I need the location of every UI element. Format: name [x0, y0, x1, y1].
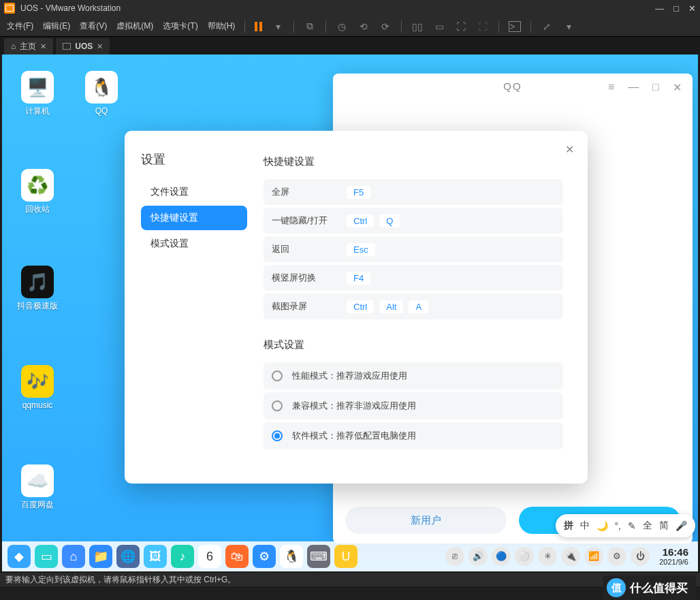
close-button[interactable]: ✕ — [688, 3, 696, 14]
shortcut-row[interactable]: 横竖屏切换F4 — [264, 265, 563, 291]
radio-icon — [272, 370, 283, 381]
shortcut-row[interactable]: 截图录屏CtrlAltA — [264, 294, 563, 319]
nav-shortcut-settings[interactable]: 快捷键设置 — [141, 206, 247, 230]
trash-icon: ♻️ — [21, 169, 54, 202]
ime-moon-icon[interactable]: 🌙 — [596, 520, 608, 531]
console-icon[interactable]: >_ — [509, 21, 521, 32]
tray-icon[interactable]: 🔵 — [492, 547, 511, 566]
desktop-icon-baidu[interactable]: ☁️ 百度网盘 — [13, 464, 62, 511]
dock-app-icon[interactable]: 🛍 — [225, 545, 249, 568]
dropdown-icon[interactable]: ▾ — [272, 21, 284, 32]
tab-close-icon[interactable]: ✕ — [97, 42, 103, 51]
mode-option[interactable]: 软件模式：推荐低配置电脑使用 — [264, 422, 563, 449]
mode-label: 软件模式：推荐低配置电脑使用 — [292, 430, 416, 442]
key-badge: Ctrl — [347, 300, 374, 313]
mode-label: 兼容模式：推荐非游戏应用使用 — [292, 400, 416, 412]
menu-view[interactable]: 查看(V) — [80, 20, 107, 32]
settings-dialog: ✕ 设置 文件设置 快捷键设置 模式设置 快捷键设置 全屏F5一键隐藏/打开Ct… — [125, 131, 588, 484]
dock-app-icon[interactable]: 🖼 — [144, 545, 167, 568]
clock[interactable]: 16:46 2021/9/6 — [655, 546, 693, 567]
douyin-icon: 🎵 — [21, 266, 54, 298]
clock-date: 2021/9/6 — [659, 558, 688, 567]
tray-icon[interactable]: 🔌 — [561, 547, 580, 566]
view1-icon[interactable]: ▯▯ — [411, 21, 424, 32]
nav-mode-settings[interactable]: 模式设置 — [141, 232, 247, 256]
unity-icon[interactable]: ⛶ — [455, 21, 467, 32]
tray-icon[interactable]: ✳ — [538, 547, 557, 566]
ime-full[interactable]: 全 — [643, 520, 652, 532]
ime-punct[interactable]: °, — [615, 520, 622, 531]
key-badge: Ctrl — [347, 215, 374, 227]
ime-mic-icon[interactable]: 🎤 — [675, 520, 687, 531]
dock-app-icon[interactable]: 🐧 — [280, 545, 303, 568]
ime-floating-bar[interactable]: 拼 中 🌙 °, ✎ 全 简 🎤 — [556, 514, 696, 537]
desktop-icon-qq[interactable]: 🐧 QQ — [77, 71, 126, 117]
tab-uos[interactable]: UOS ✕ — [56, 38, 110, 54]
shortcut-label: 截图录屏 — [272, 300, 347, 313]
dock-app-icon[interactable]: 🌐 — [116, 545, 140, 568]
dock-app-icon[interactable]: ⚙ — [253, 545, 276, 568]
desktop-icon-qqmusic[interactable]: 🎶 qqmusic — [13, 365, 62, 411]
ime-mode[interactable]: 拼 — [564, 520, 573, 532]
tray-icon[interactable]: ⏻ — [631, 547, 650, 566]
menu-vm[interactable]: 虚拟机(M) — [116, 20, 153, 32]
dock-app-icon[interactable]: ⌂ — [62, 545, 85, 568]
qqmusic-icon: 🎶 — [21, 365, 54, 398]
revert-icon[interactable]: ⟲ — [357, 21, 370, 32]
settings-title: 设置 — [141, 151, 247, 168]
desktop-icon-trash[interactable]: ♻️ 回收站 — [13, 169, 62, 215]
shortcut-row[interactable]: 一键隐藏/打开CtrlQ — [264, 208, 563, 234]
tray-icon[interactable]: ⚙ — [607, 547, 626, 566]
settings-content: 快捷键设置 全屏F5一键隐藏/打开CtrlQ返回Esc横竖屏切换F4截图录屏Ct… — [254, 131, 588, 484]
dock-app-icon[interactable]: ◆ — [7, 545, 31, 568]
desktop-icon-douyin[interactable]: 🎵 抖音极速版 — [13, 266, 62, 312]
dock-app-icon[interactable]: ▭ — [35, 545, 58, 568]
dock-app-icon[interactable]: ⌨ — [307, 545, 330, 568]
dock-app-icon[interactable]: 📁 — [89, 545, 112, 568]
tray-icon[interactable]: 📶 — [584, 547, 603, 566]
tray-icon[interactable]: ⚪ — [515, 547, 534, 566]
maximize-button[interactable]: □ — [673, 3, 679, 14]
ime-lang[interactable]: 中 — [580, 520, 590, 532]
desktop-icon-computer[interactable]: 🖥️ 计算机 — [13, 71, 62, 117]
shortcut-row[interactable]: 返回Esc — [264, 236, 563, 262]
dock-app-icon[interactable]: ♪ — [171, 545, 194, 568]
new-user-button[interactable]: 新用户 — [345, 507, 507, 534]
shortcut-label: 全屏 — [272, 186, 347, 198]
dock-apps: ◆▭⌂📁🌐🖼♪6🛍⚙🐧⌨U — [7, 545, 357, 568]
menu-tabs[interactable]: 选项卡(T) — [163, 20, 197, 32]
tray-icon[interactable]: ⎚ — [445, 547, 464, 566]
view4-icon[interactable]: ⛶ — [477, 21, 489, 32]
qq-icon: 🐧 — [85, 71, 118, 104]
dock-app-icon[interactable]: U — [334, 545, 357, 568]
shortcut-row[interactable]: 全屏F5 — [264, 179, 563, 205]
shortcut-label: 返回 — [272, 243, 347, 255]
window-controls: — □ ✕ — [655, 3, 696, 14]
mode-option[interactable]: 兼容模式：推荐非游戏应用使用 — [264, 392, 563, 420]
dock-app-icon[interactable]: 6 — [198, 545, 221, 568]
clock-time: 16:46 — [659, 546, 688, 558]
fullscreen-icon[interactable]: ⤢ — [541, 21, 553, 32]
dialog-close-button[interactable]: ✕ — [565, 143, 574, 156]
view2-icon[interactable]: ▭ — [433, 21, 445, 32]
tray-icon[interactable]: 🔊 — [468, 547, 488, 566]
radio-icon — [272, 430, 283, 441]
tab-home[interactable]: ⌂ 主页 ✕ — [4, 38, 53, 54]
mode-option[interactable]: 性能模式：推荐游戏应用使用 — [264, 362, 563, 390]
dropdown2-icon[interactable]: ▾ — [562, 21, 575, 32]
shortcut-label: 一键隐藏/打开 — [272, 215, 347, 227]
ime-simp[interactable]: 简 — [659, 520, 669, 532]
nav-file-settings[interactable]: 文件设置 — [141, 180, 247, 204]
menu-edit[interactable]: 编辑(E) — [43, 20, 70, 32]
guest-viewport: 🖥️ 计算机 🐧 QQ ♻️ 回收站 🎵 抖音极速版 🎶 qqmusic ☁️ … — [2, 54, 698, 571]
pause-icon[interactable] — [255, 22, 262, 31]
key-badge: Q — [379, 215, 400, 227]
manage-icon[interactable]: ⟳ — [379, 21, 392, 32]
menu-file[interactable]: 文件(F) — [7, 20, 33, 32]
minimize-button[interactable]: — — [655, 3, 664, 14]
snapshot-icon[interactable]: ⧉ — [304, 21, 316, 32]
clock-icon[interactable]: ◷ — [336, 21, 348, 32]
menu-help[interactable]: 帮助(H) — [208, 20, 236, 32]
tab-close-icon[interactable]: ✕ — [40, 42, 46, 51]
ime-edit-icon[interactable]: ✎ — [628, 520, 636, 531]
